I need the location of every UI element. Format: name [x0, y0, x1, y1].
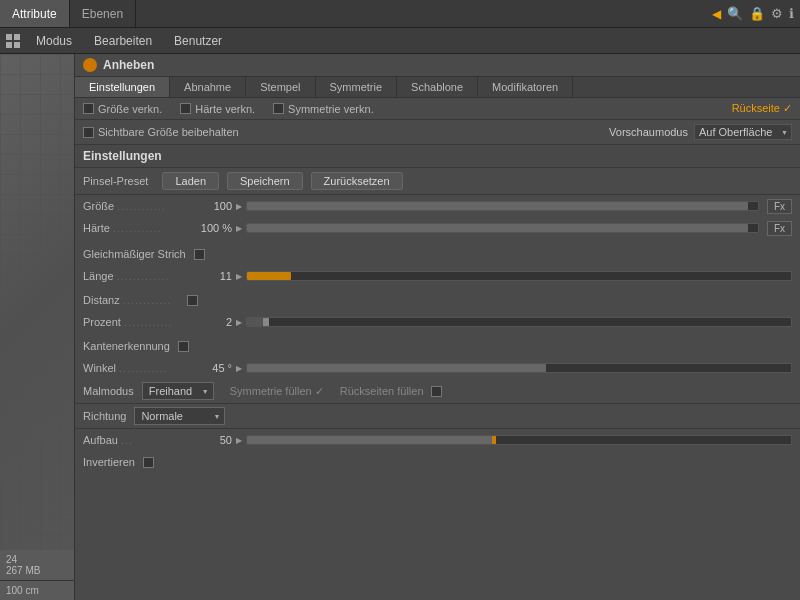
groesse-value: 100: [187, 200, 232, 212]
laenge-track[interactable]: [246, 271, 792, 281]
sichtbare-opt: Sichtbare Größe beibehalten: [83, 126, 239, 138]
groesse-verkn-cb[interactable]: [83, 103, 94, 114]
aufbau-row: Aufbau ... 50 ▶: [75, 429, 800, 451]
winkel-row: Winkel ............ 45 ° ▶: [75, 357, 800, 379]
groesse-arrow: ▶: [236, 202, 242, 211]
winkel-arrow: ▶: [236, 364, 242, 373]
malmodus-dropdown-wrapper: Freihand Linie Kurve: [142, 382, 214, 400]
symmetrie-verkn-cb[interactable]: [273, 103, 284, 114]
prozent-arrow: ▶: [236, 318, 242, 327]
gleichmaessiger-row: Gleichmäßiger Strich: [75, 243, 800, 265]
anheben-dot: [83, 58, 97, 72]
haerte-fx-button[interactable]: Fx: [767, 221, 792, 236]
symmetrie-verkn-opt: Symmetrie verkn.: [273, 103, 374, 115]
vorschau-label: Vorschaumodus: [609, 126, 688, 138]
tab-abnahme[interactable]: Abnahme: [170, 77, 246, 97]
haerte-track[interactable]: [246, 223, 759, 233]
prozent-track[interactable]: [246, 317, 792, 327]
settings-icon[interactable]: ⚙: [771, 6, 783, 21]
grid-lines: [0, 54, 74, 550]
richtung-row: Richtung Normale Subtrahieren Glätten: [75, 404, 800, 429]
tab-attribute[interactable]: Attribute: [0, 0, 70, 27]
malmodus-select[interactable]: Freihand Linie Kurve: [142, 382, 214, 400]
top-bar: Attribute Ebenen ◀ 🔍 🔒 ⚙ ℹ: [0, 0, 800, 28]
aufbau-arrow: ▶: [236, 436, 242, 445]
sichtbare-cb[interactable]: [83, 127, 94, 138]
prozent-fill: [247, 318, 263, 326]
kantenerkennung-cb[interactable]: [178, 341, 189, 352]
vorschau-select[interactable]: Auf Oberfläche Standard Projiziert: [694, 124, 792, 140]
gleichmaessiger-cb[interactable]: [194, 249, 205, 260]
ruckseiten-text: Rückseiten füllen: [340, 385, 442, 398]
kantenerkennung-label: Kantenerkennung: [83, 340, 170, 352]
distanz-label: Distanz ............: [83, 294, 183, 306]
laenge-value: 11: [187, 270, 232, 282]
tab-schablone[interactable]: Schablone: [397, 77, 478, 97]
winkel-track[interactable]: [246, 363, 792, 373]
zurucksetzen-button[interactable]: Zurücksetzen: [311, 172, 403, 190]
distanz-cb[interactable]: [187, 295, 198, 306]
tab-modifikatoren[interactable]: Modifikatoren: [478, 77, 573, 97]
groesse-verkn-opt: Größe verkn.: [83, 103, 162, 115]
groesse-fill: [247, 202, 748, 210]
inner-tabs: Einstellungen Abnahme Stempel Symmetrie …: [75, 77, 800, 98]
menu-bearbeiten[interactable]: Bearbeiten: [84, 32, 162, 50]
groesse-label: Größe ............: [83, 200, 183, 212]
viewport-scale: 100 cm: [0, 580, 74, 600]
options-row: Größe verkn. Härte verkn. Symmetrie verk…: [75, 98, 800, 120]
panel: Anheben Einstellungen Abnahme Stempel Sy…: [75, 54, 800, 600]
groesse-fx-button[interactable]: Fx: [767, 199, 792, 214]
invertieren-cb[interactable]: [143, 457, 154, 468]
vorschau-select-wrapper: Auf Oberfläche Standard Projiziert: [694, 124, 792, 140]
richtung-label: Richtung: [83, 410, 126, 422]
search-icon[interactable]: 🔍: [727, 6, 743, 21]
tab-stempel[interactable]: Stempel: [246, 77, 315, 97]
malmodus-row: Malmodus Freihand Linie Kurve Symmetrie …: [75, 379, 800, 404]
anheben-title: Anheben: [103, 58, 154, 72]
laenge-label: Länge .............: [83, 270, 183, 282]
grid-icon: [6, 34, 20, 48]
laenge-row: Länge ............. 11 ▶: [75, 265, 800, 287]
top-right-icons: ◀ 🔍 🔒 ⚙ ℹ: [712, 0, 800, 27]
distanz-row: Distanz ............: [75, 289, 800, 311]
groesse-row: Größe ............ 100 ▶ Fx: [75, 195, 800, 217]
arrow-left-icon[interactable]: ◀: [712, 7, 721, 21]
invertieren-row: Invertieren: [75, 451, 800, 473]
vorschau-group: Vorschaumodus Auf Oberfläche Standard Pr…: [609, 124, 792, 140]
menu-modus[interactable]: Modus: [26, 32, 82, 50]
ruckseiten-label: Rückseiten füllen: [340, 385, 424, 397]
groesse-track[interactable]: [246, 201, 759, 211]
winkel-fill: [247, 364, 546, 372]
aufbau-track[interactable]: [246, 435, 792, 445]
haerte-verkn-cb[interactable]: [180, 103, 191, 114]
aufbau-label: Aufbau ...: [83, 434, 183, 446]
prozent-row: Prozent ............ 2 ▶: [75, 311, 800, 333]
prozent-value: 2: [187, 316, 232, 328]
viewport-info: 24 267 MB: [0, 550, 74, 580]
viewport-line2: 267 MB: [6, 565, 68, 576]
tab-einstellungen[interactable]: Einstellungen: [75, 77, 170, 97]
preset-row: Pinsel-Preset Laden Speichern Zurücksetz…: [75, 168, 800, 195]
groesse-verkn-label: Größe verkn.: [98, 103, 162, 115]
laden-button[interactable]: Laden: [162, 172, 219, 190]
viewport: 24 267 MB 100 cm: [0, 54, 75, 600]
richtung-select[interactable]: Normale Subtrahieren Glätten: [134, 407, 225, 425]
richtung-dropdown-wrapper: Normale Subtrahieren Glätten: [134, 407, 225, 425]
prozent-handle: [263, 318, 269, 326]
haerte-row: Härte ............ 100 % ▶ Fx: [75, 217, 800, 239]
tab-ebenen[interactable]: Ebenen: [70, 0, 136, 27]
info-icon[interactable]: ℹ: [789, 6, 794, 21]
ruckseiten-cb[interactable]: [431, 386, 442, 397]
lock-icon[interactable]: 🔒: [749, 6, 765, 21]
menu-benutzer[interactable]: Benutzer: [164, 32, 232, 50]
laenge-arrow: ▶: [236, 272, 242, 281]
haerte-label: Härte ............: [83, 222, 183, 234]
tab-symmetrie[interactable]: Symmetrie: [316, 77, 398, 97]
haerte-arrow: ▶: [236, 224, 242, 233]
speichern-button[interactable]: Speichern: [227, 172, 303, 190]
anheben-header: Anheben: [75, 54, 800, 77]
einstellungen-header: Einstellungen: [75, 145, 800, 168]
aufbau-handle: [492, 436, 496, 444]
menu-bar: Modus Bearbeiten Benutzer: [0, 28, 800, 54]
invertieren-label: Invertieren: [83, 456, 135, 468]
